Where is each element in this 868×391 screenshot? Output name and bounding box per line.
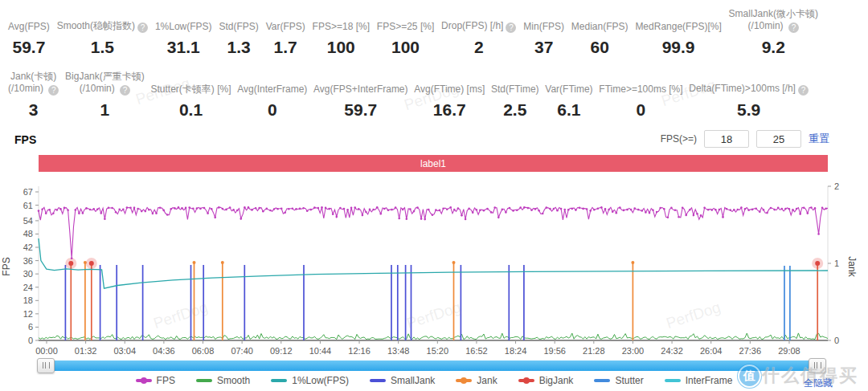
stat-value: 1 [65, 100, 145, 120]
svg-text:24: 24 [23, 283, 33, 292]
stat-value: 5.9 [689, 100, 809, 120]
stat-value: 0 [599, 100, 682, 120]
fps-threshold-min-input[interactable] [704, 130, 749, 148]
legend-item-1-low-fps-[interactable]: 1%Low(FPS) [271, 375, 349, 386]
stat-cell: FPS>=18 [%]100 [311, 21, 371, 57]
hide-all-link[interactable]: 全隐藏 [804, 377, 833, 390]
help-icon[interactable]: ? [48, 85, 59, 96]
legend-label: 1%Low(FPS) [292, 375, 349, 386]
svg-text:54: 54 [23, 216, 33, 226]
stat-label: Smooth(稳帧指数)? [57, 20, 148, 33]
stat-label: Var(FPS) [266, 21, 305, 33]
svg-text:1: 1 [834, 259, 839, 268]
stat-cell: Drop(FPS) [/h]?2 [440, 20, 518, 57]
svg-text:03:04: 03:04 [113, 346, 136, 356]
svg-text:30: 30 [23, 269, 33, 279]
help-icon[interactable]: ? [788, 22, 799, 33]
stat-value: 2 [441, 38, 516, 57]
legend-marker-icon [594, 379, 610, 382]
chart-zoom-scrollbar[interactable] [39, 360, 825, 371]
help-icon[interactable]: ? [120, 85, 130, 96]
stat-cell: Var(FPS)1.7 [264, 21, 307, 57]
stat-cell: 1%Low(FPS)31.1 [154, 21, 214, 57]
stat-label: FPS>=18 [%] [313, 21, 370, 33]
legend-item-smooth[interactable]: Smooth [196, 375, 250, 386]
fps-jank-chart[interactable]: 676154484236302418126021000:0001:3203:04… [0, 180, 868, 360]
svg-text:16:52: 16:52 [465, 346, 488, 356]
stat-cell: FPS>=25 [%]100 [375, 21, 436, 57]
zoom-handle-left[interactable] [37, 358, 55, 373]
stat-cell: BigJank(严重卡顿)(/10min) ?1 [63, 71, 146, 120]
legend-item-bigjank[interactable]: BigJank [518, 375, 574, 386]
stat-label: Std(FTime) [491, 83, 539, 96]
stat-cell: Avg(InterFrame)0 [235, 83, 309, 120]
svg-text:18: 18 [23, 295, 33, 305]
fps-threshold-max-input[interactable] [756, 130, 801, 148]
help-icon[interactable]: ? [137, 22, 148, 33]
svg-text:61: 61 [23, 201, 33, 210]
svg-text:15:20: 15:20 [427, 346, 449, 356]
legend-label: Smooth [217, 375, 250, 386]
legend-item-jank[interactable]: Jank [456, 375, 497, 386]
svg-text:29:08: 29:08 [778, 346, 800, 356]
stat-cell: Avg(FPS)59.7 [6, 21, 51, 57]
label-banner-text: label1 [420, 158, 446, 169]
stat-label: Drop(FPS) [/h]? [441, 20, 516, 33]
legend-label: FPS [157, 375, 175, 386]
svg-text:42: 42 [23, 242, 33, 252]
stat-cell: Avg(FTime) [ms]16.7 [412, 83, 486, 120]
svg-text:0: 0 [834, 336, 839, 345]
svg-text:48: 48 [23, 229, 33, 238]
stat-cell: Median(FPS)60 [570, 21, 630, 57]
svg-text:19:56: 19:56 [543, 346, 566, 356]
legend-item-stutter[interactable]: Stutter [594, 375, 643, 386]
legend-item-fps[interactable]: FPS [136, 375, 175, 386]
svg-text:12: 12 [23, 309, 33, 319]
svg-text:21:28: 21:28 [583, 346, 605, 356]
zoom-handle-right[interactable] [809, 358, 826, 373]
fps-threshold-label: FPS(>=) [661, 133, 697, 145]
stat-label: Stutter(卡顿率) [%] [150, 83, 231, 96]
stat-label: Avg(FPS) [8, 21, 50, 33]
legend-marker-icon [136, 379, 152, 382]
stat-label: Std(FPS) [219, 21, 258, 33]
stat-cell: Delta(FTime)>100ms [/h]?5.9 [687, 83, 810, 120]
legend-label: InterFrame [686, 375, 733, 386]
stat-cell: Var(FTime)6.1 [543, 83, 594, 120]
label-banner: label1 [39, 155, 828, 172]
legend-label: BigJank [539, 375, 574, 386]
help-icon[interactable]: ? [798, 85, 809, 96]
stat-cell: FTime>=100ms [%]0 [597, 83, 684, 120]
svg-text:26:04: 26:04 [700, 346, 723, 356]
legend-label: SmallJank [391, 375, 435, 386]
stat-value: 37 [523, 38, 564, 57]
svg-text:36: 36 [23, 256, 33, 266]
svg-text:12:16: 12:16 [348, 346, 371, 356]
help-icon[interactable]: ? [506, 22, 516, 33]
svg-text:18:24: 18:24 [505, 346, 527, 356]
legend-item-interframe[interactable]: InterFrame [665, 375, 733, 386]
svg-text:23:00: 23:00 [622, 346, 645, 356]
svg-text:13:48: 13:48 [387, 346, 410, 356]
svg-text:67: 67 [23, 187, 33, 197]
stat-label: Avg(InterFrame) [237, 83, 307, 96]
perfdog-fps-report-page: Avg(FPS)59.7Smooth(稳帧指数)?1.51%Low(FPS)31… [0, 0, 868, 391]
stat-cell: Stutter(卡顿率) [%]0.1 [149, 83, 232, 120]
stat-value: 31.1 [155, 38, 212, 57]
legend-label: Jank [477, 375, 497, 386]
legend-marker-icon [370, 379, 386, 382]
stat-label: FTime>=100ms [%] [599, 83, 682, 96]
legend-marker-icon [196, 379, 212, 382]
svg-text:Jank: Jank [846, 256, 858, 277]
legend-item-smalljank[interactable]: SmallJank [370, 375, 435, 386]
svg-text:6: 6 [28, 322, 33, 332]
reset-link[interactable]: 重置 [809, 132, 829, 146]
stat-cell: Jank(卡顿)(/10min) ?3 [6, 71, 60, 120]
stats-row-secondary: Jank(卡顿)(/10min) ?3BigJank(严重卡顿)(/10min)… [6, 71, 810, 120]
stat-value: 1.3 [219, 38, 258, 57]
stat-label: Median(FPS) [571, 21, 628, 33]
stat-value: 100 [377, 38, 434, 57]
stat-value: 1.5 [57, 38, 148, 57]
stats-row-primary: Avg(FPS)59.7Smooth(稳帧指数)?1.51%Low(FPS)31… [6, 8, 820, 57]
stat-value: 100 [313, 38, 370, 57]
